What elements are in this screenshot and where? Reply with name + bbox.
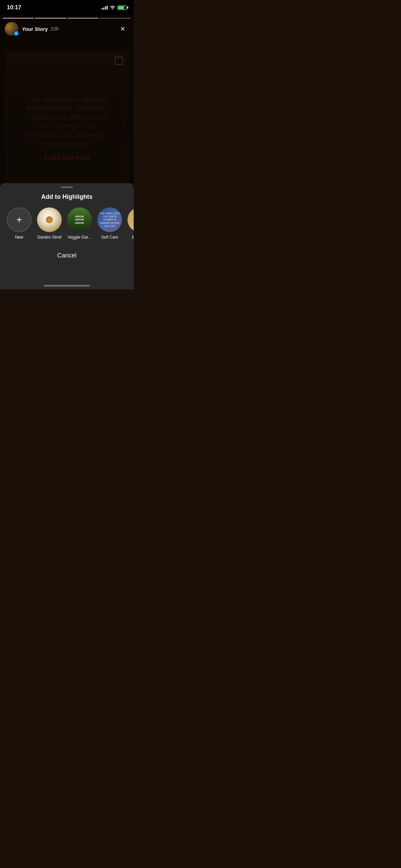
highlight-veggie-label: Veggie Gar... [68,235,91,240]
veggie-image: GROWGROWGROW [74,214,85,226]
post-phone: 1-866-925-4419 [21,154,113,161]
highlight-selfcare-circle: THE SAME LIGHT YOU SEE IN OTHERS IS SHIN… [97,207,122,232]
highlight-new-label: New [15,235,23,240]
highlight-blm-label: BLM S... [132,235,134,240]
garden-image [37,207,62,232]
status-icons [101,5,127,10]
story-progress [0,15,134,19]
signal-icon [101,5,108,10]
progress-segment-3 [68,18,99,19]
highlights-list[interactable]: + New Garden Stroll GROWGROWGROW Veggie … [0,201,134,245]
highlight-garden-stroll[interactable]: Garden Stroll [37,207,62,240]
bottom-sheet: Add to Highlights + New Garden Stroll GR… [0,183,134,289]
sheet-handle [61,186,73,188]
story-header: + Your Story 23h × [0,19,134,38]
flower-center [46,216,53,223]
plus-icon: + [16,214,22,225]
story-info: Your Story 23h [22,26,117,32]
cancel-label: Cancel [57,252,76,259]
plus-badge: + [13,30,19,36]
close-icon: × [120,25,125,33]
highlight-blm[interactable]: 10 BLM S... [127,207,134,240]
close-button[interactable]: × [117,23,129,35]
battery-icon [118,5,127,10]
selfcare-image: THE SAME LIGHT YOU SEE IN OTHERS IS SHIN… [97,210,122,229]
highlight-new[interactable]: + New [7,207,32,240]
avatar-wrap[interactable]: + [5,22,19,36]
post-text-block: THE NATIONAL INDIAN RESIDENTIAL SCHOOL C… [7,85,126,172]
sheet-title: Add to Highlights [0,193,134,201]
wifi-icon [110,5,116,10]
home-indicator [44,285,90,287]
story-time: 23h [51,26,59,32]
highlight-veggie-garden[interactable]: GROWGROWGROW Veggie Gar... [67,207,92,240]
cancel-button[interactable]: Cancel [0,248,134,263]
progress-segment-2 [35,18,66,19]
progress-segment-1 [3,18,34,19]
fullscreen-icon [115,57,123,65]
highlight-garden-circle [37,207,62,232]
highlight-veggie-circle: GROWGROWGROW [67,207,92,232]
post-main-text: THE NATIONAL INDIAN RESIDENTIAL SCHOOL C… [21,95,113,149]
highlight-new-circle: + [7,207,32,232]
highlight-garden-label: Garden Stroll [37,235,62,240]
status-time: 10:17 [7,4,21,11]
story-username: Your Story [22,26,48,32]
highlight-selfcare-label: Self Care [101,235,118,240]
highlight-blm-circle: 10 [127,207,134,232]
status-bar: 10:17 [0,0,134,15]
progress-segment-4 [100,18,131,19]
highlight-self-care[interactable]: THE SAME LIGHT YOU SEE IN OTHERS IS SHIN… [97,207,122,240]
story-post-image: THE NATIONAL INDIAN RESIDENTIAL SCHOOL C… [7,53,127,204]
